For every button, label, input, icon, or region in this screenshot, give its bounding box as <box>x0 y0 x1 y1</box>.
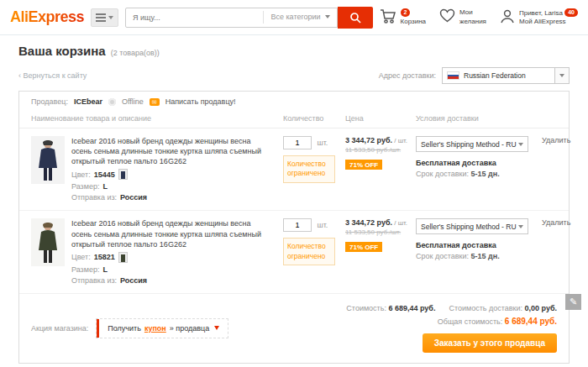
wishlist-label-line1: Мои <box>459 8 473 16</box>
chevron-down-icon <box>554 68 569 83</box>
back-to-site-link[interactable]: ‹ Вернуться к сайту <box>18 71 87 80</box>
color-label: Цвет: <box>71 170 91 179</box>
contact-seller-link[interactable]: Написать продавцу! <box>165 97 236 106</box>
header: AliExpress Все категории <box>0 0 588 35</box>
order-from-seller-button[interactable]: Заказать у этого продавца <box>423 333 557 353</box>
categories-menu-button[interactable] <box>91 8 118 27</box>
coupon-text-prefix: Получить <box>108 324 141 333</box>
ships-from-value: Россия <box>120 193 147 202</box>
quantity-limited-note: Количество ограничено <box>283 155 335 183</box>
chevron-down-icon <box>518 143 523 146</box>
shipping-method-select[interactable]: Seller's Shipping Method - RU <box>416 136 528 152</box>
subtotal-label: Стоимость: <box>346 304 386 312</box>
discount-badge: 71% OFF <box>345 242 382 252</box>
old-price: 11 533,50 руб./шт. <box>345 228 416 236</box>
ships-from-label: Отправка из: <box>71 193 117 202</box>
size-label: Размер: <box>71 182 99 191</box>
search-field-group: Все категории <box>125 8 338 28</box>
ships-from-label: Отправка из: <box>71 276 117 285</box>
per-unit: / шт. <box>392 137 407 144</box>
column-price: Цена <box>345 114 416 123</box>
cart-page: AliExpress Все категории <box>0 0 588 367</box>
country-select-value: Russian Federation <box>464 71 526 80</box>
my-aliexpress-label: Мой AliExpress <box>519 18 566 25</box>
seller-cart-group: Продавец: ICEbear Offline ✉ Написать про… <box>18 91 570 364</box>
shipping-method-select[interactable]: Seller's Shipping Method - RU <box>416 218 528 234</box>
wishlist-link[interactable]: Мои желания <box>439 8 486 26</box>
greeting-text: Привет, Larisa <box>519 8 563 16</box>
shipping-address-label: Адрес доставки: <box>379 71 436 80</box>
delete-item-link[interactable]: Удалить <box>542 136 570 202</box>
get-coupon-dropdown[interactable]: Получить купон » продавца <box>96 318 228 338</box>
delivery-time-label: Срок доставки: <box>416 252 469 260</box>
chevron-down-icon <box>214 326 219 330</box>
wishlist-label-line2: желания <box>459 18 486 25</box>
cart-link[interactable]: 2 Корзина <box>380 8 426 26</box>
table-header: Наименование товара и описание Количеств… <box>19 110 569 128</box>
country-select[interactable]: Russian Federation <box>442 67 570 84</box>
old-price: 11 533,50 руб./шт. <box>345 146 416 154</box>
shipping-cost-label: Стоимость доставки: <box>449 304 522 312</box>
store-promo-label: Акция магазина: <box>31 324 88 333</box>
color-label: Цвет: <box>71 253 91 261</box>
search-input[interactable] <box>126 13 263 22</box>
size-value: L <box>102 265 108 274</box>
quantity-unit: шт. <box>318 139 328 147</box>
quantity-input[interactable] <box>283 136 312 149</box>
seller-status: Offline <box>122 97 144 106</box>
delivery-time-value: 5-15 дн. <box>471 170 500 178</box>
main-content: Ваша корзина (2 товара(ов)) ‹ Вернуться … <box>0 35 588 364</box>
color-swatch[interactable] <box>118 169 128 180</box>
category-select-label: Все категории <box>270 13 320 21</box>
color-value: 15821 <box>94 253 115 261</box>
cart-count-badge: 2 <box>401 8 411 17</box>
coupon-link[interactable]: купон <box>144 324 166 333</box>
cart-item-row: Icebear 2016 новый бренд одежды женщины … <box>19 211 569 293</box>
category-select[interactable]: Все категории <box>263 11 336 24</box>
delivery-time-value: 5-15 дн. <box>471 252 500 260</box>
color-swatch[interactable] <box>118 252 128 263</box>
shipping-method-value: Seller's Shipping Method - RU <box>421 140 517 149</box>
russia-flag-icon <box>447 71 459 80</box>
seller-name-link[interactable]: ICEbear <box>74 97 102 106</box>
unit-price: 3 344,72 руб. <box>345 218 392 227</box>
account-link[interactable]: Привет, Larisa 40 Мой AliExpress <box>500 8 578 26</box>
hamburger-icon <box>96 13 106 22</box>
quantity-input[interactable] <box>283 218 312 232</box>
page-title: Ваша корзина <box>18 44 106 58</box>
size-label: Размер: <box>71 265 99 274</box>
chevron-down-icon <box>108 16 113 19</box>
coupon-text-suffix: » продавца <box>170 324 209 333</box>
shipping-method-value: Seller's Shipping Method - RU <box>421 223 517 231</box>
column-quantity: Количество <box>283 114 345 123</box>
delete-item-link[interactable]: Удалить <box>542 218 570 284</box>
product-image[interactable] <box>31 136 65 184</box>
product-title[interactable]: Icebear 2016 новый бренд одежды женщины … <box>71 136 283 166</box>
cart-item-row: Icebear 2016 новый бренд одежды женщины … <box>19 128 569 211</box>
column-name: Наименование товара и описание <box>31 114 283 123</box>
size-value: L <box>102 182 108 191</box>
chevron-down-icon <box>325 15 330 18</box>
product-title[interactable]: Icebear 2016 новый бренд одежды женщины … <box>71 218 283 249</box>
free-shipping-label: Бесплатная доставка <box>416 159 542 167</box>
product-image[interactable] <box>31 218 65 266</box>
notification-badge: 40 <box>564 8 578 17</box>
cart-label: Корзина <box>401 18 426 25</box>
search-icon <box>349 12 361 24</box>
seller-total-value: 6 689,44 руб. <box>505 317 557 326</box>
shipping-cost-value: 0,00 руб. <box>525 304 557 312</box>
item-count: (2 товара(ов)) <box>111 49 160 57</box>
subtotal-value: 6 689,44 руб. <box>388 304 435 312</box>
cart-footer: Удалить все ‹ Вернуться к сайту Стоимост… <box>0 364 588 367</box>
unit-price: 3 344,72 руб. <box>345 136 392 144</box>
aliexpress-logo[interactable]: AliExpress <box>10 8 84 26</box>
color-value: 15445 <box>94 170 115 179</box>
ships-from-value: Россия <box>120 276 147 285</box>
chevron-down-icon <box>518 225 523 228</box>
message-icon: ✉ <box>150 98 160 106</box>
free-shipping-label: Бесплатная доставка <box>416 241 542 249</box>
edit-feedback-button[interactable]: ✎ <box>565 294 581 310</box>
search-button[interactable] <box>338 7 373 29</box>
header-links: 2 Корзина Мои желания Приве <box>380 8 578 26</box>
cart-icon <box>380 8 396 24</box>
